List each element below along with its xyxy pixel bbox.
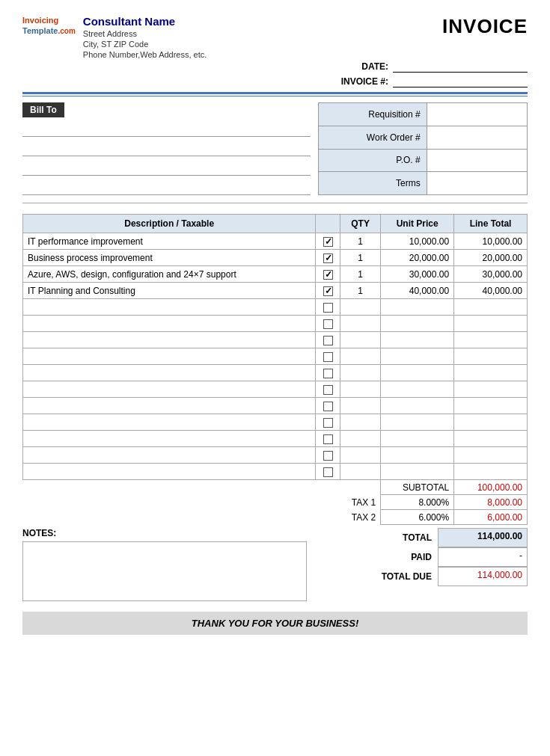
check-cell-9[interactable] bbox=[316, 381, 340, 398]
paid-label: PAID bbox=[363, 552, 438, 562]
total-cell-3: 40,000.00 bbox=[454, 283, 528, 299]
date-value[interactable] bbox=[393, 61, 528, 73]
bill-to-left: Bill To bbox=[22, 102, 311, 195]
notes-box[interactable] bbox=[22, 541, 307, 601]
checkbox-2[interactable] bbox=[323, 270, 333, 280]
req-value-3[interactable] bbox=[427, 172, 527, 195]
check-cell-3[interactable] bbox=[316, 283, 340, 299]
desc-cell-14 bbox=[23, 464, 316, 480]
checkbox-13[interactable] bbox=[323, 451, 333, 461]
qty-cell-8 bbox=[340, 365, 380, 381]
req-value-2[interactable] bbox=[427, 149, 527, 172]
check-cell-13[interactable] bbox=[316, 447, 340, 464]
req-value-0[interactable] bbox=[427, 103, 527, 126]
bill-to-lines bbox=[22, 123, 311, 195]
bill-line-1[interactable] bbox=[22, 123, 311, 137]
req-label-3: Terms bbox=[319, 172, 427, 195]
invoice-table: Description / Taxable QTY Unit Price Lin… bbox=[22, 214, 528, 525]
paid-row: PAID - bbox=[363, 547, 528, 567]
table-row-5 bbox=[23, 316, 528, 332]
notes-section: NOTES: bbox=[22, 528, 355, 601]
bill-to-label: Bill To bbox=[22, 102, 64, 117]
desc-cell-12 bbox=[23, 431, 316, 447]
price-cell-10 bbox=[381, 398, 454, 414]
req-label-1: Work Order # bbox=[319, 126, 427, 149]
checkbox-8[interactable] bbox=[323, 369, 333, 378]
bill-line-2[interactable] bbox=[22, 143, 311, 156]
total-cell-11 bbox=[454, 414, 528, 431]
checkbox-4[interactable] bbox=[323, 303, 333, 313]
check-cell-14[interactable] bbox=[316, 464, 340, 480]
price-cell-2: 30,000.00 bbox=[381, 266, 454, 283]
check-cell-12[interactable] bbox=[316, 431, 340, 447]
req-row-3: Terms bbox=[319, 172, 528, 195]
price-cell-5 bbox=[381, 316, 454, 332]
desc-cell-11 bbox=[23, 414, 316, 431]
invoice-num-row: INVOICE #: bbox=[321, 76, 528, 87]
bill-line-4[interactable] bbox=[22, 182, 311, 195]
bill-line-3[interactable] bbox=[22, 162, 311, 176]
desc-cell-2: Azure, AWS, design, configuration and 24… bbox=[23, 266, 316, 283]
price-cell-14 bbox=[381, 464, 454, 480]
checkbox-0[interactable] bbox=[323, 237, 333, 247]
checkbox-14[interactable] bbox=[323, 467, 333, 477]
col-desc: Description / Taxable bbox=[23, 215, 316, 233]
check-cell-2[interactable] bbox=[316, 266, 340, 283]
qty-cell-2: 1 bbox=[340, 266, 380, 283]
price-cell-12 bbox=[381, 431, 454, 447]
total-cell-2: 30,000.00 bbox=[454, 266, 528, 283]
invoice-title-section: INVOICE DATE: INVOICE #: bbox=[321, 15, 528, 87]
subtotal-value: 100,000.00 bbox=[454, 480, 528, 495]
check-cell-10[interactable] bbox=[316, 398, 340, 414]
tax1-value: 8,000.00 bbox=[454, 495, 528, 510]
qty-cell-11 bbox=[340, 414, 380, 431]
total-cell-7 bbox=[454, 348, 528, 365]
desc-cell-0: IT performance improvement bbox=[23, 233, 316, 250]
qty-cell-10 bbox=[340, 398, 380, 414]
desc-cell-13 bbox=[23, 447, 316, 464]
checkbox-12[interactable] bbox=[323, 434, 333, 444]
table-row-10 bbox=[23, 398, 528, 414]
checkbox-6[interactable] bbox=[323, 336, 333, 345]
check-cell-5[interactable] bbox=[316, 316, 340, 332]
check-cell-0[interactable] bbox=[316, 233, 340, 250]
check-cell-4[interactable] bbox=[316, 299, 340, 316]
table-row-0: IT performance improvement 1 10,000.00 1… bbox=[23, 233, 528, 250]
qty-cell-14 bbox=[340, 464, 380, 480]
qty-cell-4 bbox=[340, 299, 380, 316]
check-cell-7[interactable] bbox=[316, 348, 340, 365]
checkbox-5[interactable] bbox=[323, 319, 333, 329]
table-row-14 bbox=[23, 464, 528, 480]
desc-cell-8 bbox=[23, 365, 316, 381]
date-row: DATE: bbox=[321, 61, 528, 73]
notes-totals-row: NOTES: TOTAL 114,000.00 PAID - TOTAL DUE… bbox=[22, 528, 528, 601]
total-label: TOTAL bbox=[363, 532, 438, 543]
checkbox-10[interactable] bbox=[323, 402, 333, 411]
company-city: City, ST ZIP Code bbox=[83, 40, 207, 49]
check-cell-11[interactable] bbox=[316, 414, 340, 431]
checkbox-7[interactable] bbox=[323, 352, 333, 362]
qty-cell-5 bbox=[340, 316, 380, 332]
thin-divider bbox=[22, 96, 528, 96]
checkbox-11[interactable] bbox=[323, 418, 333, 428]
check-cell-1[interactable] bbox=[316, 250, 340, 266]
checkbox-9[interactable] bbox=[323, 385, 333, 395]
req-value-1[interactable] bbox=[427, 126, 527, 149]
table-row-8 bbox=[23, 365, 528, 381]
col-price: Unit Price bbox=[381, 215, 454, 233]
desc-cell-9 bbox=[23, 381, 316, 398]
checkbox-3[interactable] bbox=[323, 286, 333, 296]
qty-cell-3: 1 bbox=[340, 283, 380, 299]
table-row-11 bbox=[23, 414, 528, 431]
req-label-0: Requisition # bbox=[319, 103, 427, 126]
table-row-7 bbox=[23, 348, 528, 365]
check-cell-8[interactable] bbox=[316, 365, 340, 381]
total-cell-6 bbox=[454, 332, 528, 348]
check-cell-6[interactable] bbox=[316, 332, 340, 348]
invoice-num-value[interactable] bbox=[393, 76, 528, 87]
table-row-13 bbox=[23, 447, 528, 464]
req-row-0: Requisition # bbox=[319, 103, 528, 126]
invoice-header: Invoicing Template.com Consultant Name S… bbox=[22, 15, 528, 87]
total-cell-9 bbox=[454, 381, 528, 398]
checkbox-1[interactable] bbox=[323, 253, 333, 263]
